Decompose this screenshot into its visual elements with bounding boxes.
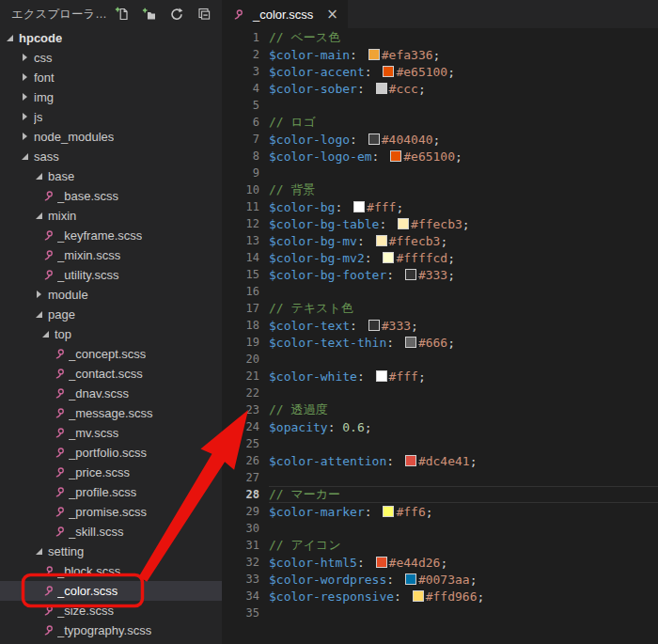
code-line[interactable]: 22: [222, 385, 658, 401]
tab-color-scss[interactable]: _color.scss ×: [222, 0, 348, 28]
tree-item-_contact.scss[interactable]: _contact.scss: [0, 364, 222, 384]
tree-item-sass[interactable]: sass: [0, 147, 222, 166]
tree-item-_dnav.scss[interactable]: _dnav.scss: [0, 384, 222, 403]
twistie-icon[interactable]: [35, 171, 45, 181]
tree-item-hpcode[interactable]: hpcode: [0, 28, 222, 48]
code-line[interactable]: 11 $color-bg: #fff;: [222, 198, 658, 215]
tree-item-_message.scss[interactable]: _message.scss: [0, 403, 222, 423]
code-line[interactable]: 34 $color-responsive: #ffd966;: [222, 588, 658, 605]
code-line[interactable]: 27: [222, 469, 658, 486]
tree-item-_promise.scss[interactable]: _promise.scss: [0, 502, 222, 522]
tree-item-_base.scss[interactable]: _base.scss: [0, 186, 222, 206]
explorer-title: エクスプローラ…: [11, 7, 107, 23]
refresh-button[interactable]: [168, 6, 185, 23]
twistie-icon[interactable]: [6, 33, 16, 43]
code-line[interactable]: 14 $color-bg-mv2: #ffffcd;: [222, 249, 658, 266]
tree-item-_portfolio.scss[interactable]: _portfolio.scss: [0, 443, 222, 463]
code-line[interactable]: 17 // テキスト色: [222, 300, 658, 317]
tree-item-_utility.scss[interactable]: _utility.scss: [0, 265, 222, 285]
code-line[interactable]: 18 $color-text: #333;: [222, 317, 658, 334]
code-line[interactable]: 6 // ロゴ: [222, 114, 658, 131]
tree-item-label: js: [34, 110, 42, 124]
code-line[interactable]: 19 $color-text-thin: #666;: [222, 334, 658, 351]
new-file-button[interactable]: [114, 6, 131, 23]
code-line[interactable]: 9: [222, 165, 658, 181]
code-line[interactable]: 4 $color-sober: #ccc;: [222, 80, 658, 97]
code-line[interactable]: 5: [222, 97, 658, 114]
code-editor[interactable]: 1 // ベース色 2 $color-main: #efa336; 3 $col…: [222, 28, 658, 644]
twistie-icon[interactable]: [21, 53, 31, 63]
twistie-icon[interactable]: [21, 92, 31, 102]
code-line[interactable]: 15 $color-bg-footer: #333;: [222, 266, 658, 283]
tree-item-_size.scss[interactable]: _size.scss: [0, 601, 222, 620]
code-line[interactable]: 21 $color-white: #fff;: [222, 368, 658, 385]
code-line[interactable]: 24 $opacity: 0.6;: [222, 418, 658, 435]
tree-item-_keyframe.scss[interactable]: _keyframe.scss: [0, 226, 222, 245]
line-content: $color-white: #fff;: [269, 369, 426, 384]
twistie-icon[interactable]: [21, 72, 31, 83]
twistie-icon[interactable]: [35, 211, 45, 221]
tree-item-base[interactable]: base: [0, 166, 222, 186]
twistie-icon[interactable]: [35, 309, 45, 320]
line-content: $color-logo: #404040;: [269, 133, 440, 147]
tree-item-page[interactable]: page: [0, 305, 222, 324]
tree-item-js[interactable]: js: [0, 107, 222, 127]
tree-item-_color.scss[interactable]: _color.scss: [0, 581, 222, 601]
code-line[interactable]: 1 // ベース色: [222, 29, 658, 46]
twistie-icon[interactable]: [41, 329, 52, 339]
twistie-icon[interactable]: [21, 132, 31, 142]
code-line[interactable]: 3 $color-accent: #e65100;: [222, 63, 658, 80]
code-line[interactable]: 28 // マーカー: [222, 486, 658, 503]
collapse-all-button[interactable]: [196, 6, 212, 23]
code-line[interactable]: 25: [222, 435, 658, 452]
tree-item-_block.scss[interactable]: _block.scss: [0, 561, 222, 581]
close-icon[interactable]: ×: [326, 8, 338, 22]
code-line[interactable]: 10 // 背景: [222, 181, 658, 198]
tree-item-module[interactable]: module: [0, 285, 222, 305]
line-content: // アイコン: [269, 537, 341, 554]
tree-item-_skill.scss[interactable]: _skill.scss: [0, 522, 222, 542]
tree-item-mixin[interactable]: mixin: [0, 206, 222, 226]
tree-item-label: _size.scss: [57, 604, 114, 618]
code-line[interactable]: 8 $color-logo-em: #e65100;: [222, 148, 658, 165]
code-line[interactable]: 32 $color-html5: #e44d26;: [222, 554, 658, 571]
code-line[interactable]: 30: [222, 520, 658, 537]
twistie-icon[interactable]: [21, 112, 31, 122]
code-line[interactable]: 20: [222, 351, 658, 368]
twistie-icon[interactable]: [35, 290, 45, 300]
tree-item-_typography.scss[interactable]: _typography.scss: [0, 620, 222, 640]
color-value-token: #e44d26: [389, 556, 441, 570]
twistie-icon[interactable]: [35, 546, 45, 557]
tree-item-font[interactable]: font: [0, 68, 222, 87]
code-line[interactable]: 26 $color-attention: #dc4e41;: [222, 452, 658, 469]
tree-item-top[interactable]: top: [0, 324, 222, 344]
code-line[interactable]: 16: [222, 283, 658, 300]
color-swatch: [383, 252, 394, 263]
tab-bar: _color.scss ×: [222, 0, 658, 28]
tree-item-css[interactable]: css: [0, 48, 222, 68]
tree-item-setting[interactable]: setting: [0, 542, 222, 561]
semicolon-token: ;: [470, 454, 478, 468]
code-line[interactable]: 29 $color-marker: #ff6;: [222, 503, 658, 520]
tree-item-_profile.scss[interactable]: _profile.scss: [0, 482, 222, 502]
semicolon-token: ;: [440, 556, 447, 570]
color-value-token: #ffecb3: [411, 217, 462, 231]
new-folder-button[interactable]: [141, 6, 158, 23]
sass-icon: [231, 8, 244, 21]
twistie-icon[interactable]: [21, 151, 31, 162]
code-line[interactable]: 12 $color-bg-table: #ffecb3;: [222, 215, 658, 232]
code-line[interactable]: 33 $color-wordpress: #0073aa;: [222, 571, 658, 588]
code-line[interactable]: 35: [222, 605, 658, 621]
code-line[interactable]: 2 $color-main: #efa336;: [222, 46, 658, 63]
code-line[interactable]: 31 // アイコン: [222, 537, 658, 554]
tree-item-_mv.scss[interactable]: _mv.scss: [0, 423, 222, 443]
tree-item-_concept.scss[interactable]: _concept.scss: [0, 344, 222, 364]
tree-item-node_modules[interactable]: node_modules: [0, 127, 222, 147]
tree-item-img[interactable]: img: [0, 87, 222, 107]
tree-item-_price.scss[interactable]: _price.scss: [0, 463, 222, 482]
code-line[interactable]: 13 $color-bg-mv: #ffecb3;: [222, 232, 658, 249]
tree-item-_mixin.scss[interactable]: _mixin.scss: [0, 245, 222, 265]
code-line[interactable]: 23 // 透過度: [222, 401, 658, 418]
line-number: 14: [222, 251, 259, 264]
code-line[interactable]: 7 $color-logo: #404040;: [222, 131, 658, 148]
